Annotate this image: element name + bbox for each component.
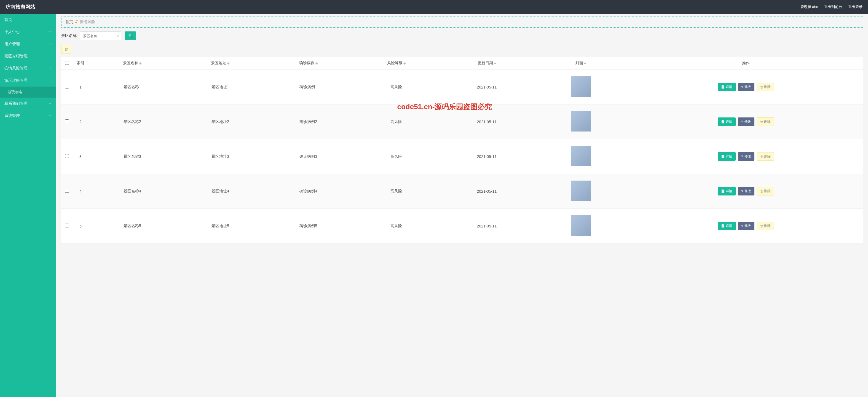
table-row: 5景区名称5景区地址5确诊病例5高风险2021-05-11📄详情✎修改🗑删除	[61, 209, 863, 243]
sidebar-item-label: 疫情风险管理	[4, 66, 28, 71]
site-title: 济南旅游网站	[5, 4, 35, 10]
cover-thumbnail[interactable]	[571, 111, 591, 131]
breadcrumb: 首页 // 疫情风险	[61, 17, 863, 28]
sidebar-item-strategy[interactable]: 游玩攻略管理 ︿	[0, 74, 56, 87]
breadcrumb-sep: //	[75, 20, 78, 24]
cell-name: 景区名称3	[88, 139, 176, 174]
cell-name: 景区名称5	[88, 209, 176, 243]
cover-thumbnail[interactable]	[571, 181, 591, 201]
cell-cases: 确诊病例3	[264, 139, 352, 174]
search-label: 景区名称	[61, 33, 76, 38]
edit-button[interactable]: ✎修改	[738, 152, 754, 161]
trash-icon: 🗑	[760, 120, 763, 123]
edit-button[interactable]: ✎修改	[738, 222, 754, 230]
detail-button[interactable]: 📄详情	[718, 117, 736, 126]
select-all-checkbox[interactable]	[65, 61, 69, 65]
col-index: 索引	[73, 57, 88, 70]
cell-index: 2	[73, 104, 88, 139]
edit-icon: ✎	[741, 120, 744, 123]
row-checkbox[interactable]	[65, 189, 69, 193]
row-checkbox[interactable]	[65, 119, 69, 123]
delete-button[interactable]: 🗑删除	[756, 117, 774, 126]
detail-button[interactable]: 📄详情	[718, 152, 736, 161]
cell-name: 景区名称2	[88, 104, 176, 139]
trash-icon: 🗑	[760, 190, 763, 193]
cell-risk: 高风险	[352, 104, 440, 139]
edit-icon: ✎	[741, 224, 744, 228]
delete-button[interactable]: 🗑删除	[756, 83, 774, 91]
doc-icon: 📄	[721, 189, 725, 193]
cell-risk: 高风险	[352, 209, 440, 243]
sidebar-item-label: 用户管理	[4, 42, 20, 47]
sidebar-item-personal[interactable]: 个人中心 ﹀	[0, 26, 56, 38]
top-header: 济南旅游网站 管理员 abo 退出到前台 退出登录	[0, 0, 868, 14]
detail-button[interactable]: 📄详情	[718, 83, 736, 91]
front-link[interactable]: 退出到前台	[824, 5, 842, 9]
delete-button[interactable]: 🗑删除	[756, 187, 774, 195]
chevron-down-icon: ﹀	[49, 66, 52, 70]
cell-cover	[533, 139, 629, 174]
delete-button[interactable]: 🗑删除	[756, 152, 774, 161]
sidebar-item-label: 景区介绍管理	[4, 54, 28, 59]
chevron-up-icon: ︿	[49, 79, 52, 83]
col-name[interactable]: 景区名称◆	[88, 57, 176, 70]
row-checkbox[interactable]	[65, 85, 69, 89]
cell-date: 2021-05-11	[440, 209, 533, 243]
delete-button[interactable]: 🗑删除	[756, 222, 774, 230]
col-cover[interactable]: 封面◆	[533, 57, 629, 70]
chevron-down-icon: ﹀	[49, 54, 52, 58]
cover-thumbnail[interactable]	[571, 146, 591, 166]
cell-address: 景区地址5	[176, 209, 264, 243]
col-cases[interactable]: 确诊病例◆	[264, 57, 352, 70]
table-row: 1景区名称1景区地址1确诊病例1高风险2021-05-11📄详情✎修改🗑删除	[61, 70, 863, 104]
cell-cover	[533, 104, 629, 139]
row-checkbox[interactable]	[65, 154, 69, 158]
breadcrumb-home[interactable]: 首页	[65, 20, 73, 24]
sidebar-item-label: 系统管理	[4, 113, 20, 118]
table-row: 2景区名称2景区地址2确诊病例2高风险2021-05-11📄详情✎修改🗑删除	[61, 104, 863, 139]
chevron-down-icon: ﹀	[49, 114, 52, 118]
edit-button[interactable]: ✎修改	[738, 117, 754, 126]
search-input[interactable]	[80, 31, 121, 40]
detail-button[interactable]: 📄详情	[718, 222, 736, 230]
cell-date: 2021-05-11	[440, 70, 533, 104]
search-button[interactable]: 🔍	[125, 31, 136, 40]
detail-button[interactable]: 📄详情	[718, 187, 736, 195]
cell-address: 景区地址3	[176, 139, 264, 174]
cell-cases: 确诊病例5	[264, 209, 352, 243]
row-checkbox[interactable]	[65, 223, 69, 227]
main-content: 首页 // 疫情风险 景区名称 ○ 🔍 🗑 code51.cn-源码乐园盗图必究…	[56, 14, 868, 397]
cover-thumbnail[interactable]	[571, 215, 591, 236]
col-date[interactable]: 更新日期◆	[440, 57, 533, 70]
sort-icon: ◆	[403, 61, 406, 65]
admin-link[interactable]: 管理员 abo	[801, 5, 818, 9]
edit-button[interactable]: ✎修改	[738, 83, 754, 91]
table-row: 4景区名称4景区地址4确诊病例4高风险2021-05-11📄详情✎修改🗑删除	[61, 174, 863, 209]
breadcrumb-current: 疫情风险	[80, 20, 95, 24]
bulk-delete-button[interactable]: 🗑	[61, 45, 71, 54]
sidebar-item-home[interactable]: 首页	[0, 14, 56, 26]
sidebar-item-contact[interactable]: 联系我们管理 ﹀	[0, 98, 56, 110]
edit-button[interactable]: ✎修改	[738, 187, 754, 195]
sidebar-item-intro[interactable]: 景区介绍管理 ﹀	[0, 50, 56, 62]
sidebar: 首页 个人中心 ﹀ 用户管理 ﹀ 景区介绍管理 ﹀ 疫情风险管理 ﹀ 游玩攻略管…	[0, 14, 56, 397]
sidebar-sub-strategy[interactable]: 游玩攻略	[0, 87, 56, 98]
chevron-down-icon: ﹀	[49, 30, 52, 34]
cell-cases: 确诊病例1	[264, 70, 352, 104]
sidebar-item-system[interactable]: 系统管理 ﹀	[0, 110, 56, 122]
col-risk[interactable]: 风险等级◆	[352, 57, 440, 70]
sidebar-item-risk[interactable]: 疫情风险管理 ﹀	[0, 62, 56, 74]
cell-address: 景区地址4	[176, 174, 264, 209]
edit-icon: ✎	[741, 189, 744, 193]
sidebar-item-label: 联系我们管理	[4, 101, 28, 106]
doc-icon: 📄	[721, 224, 725, 228]
cover-thumbnail[interactable]	[571, 77, 591, 97]
sort-icon: ◆	[315, 61, 318, 65]
sidebar-item-label: 首页	[4, 18, 12, 22]
cell-index: 3	[73, 139, 88, 174]
sidebar-item-users[interactable]: 用户管理 ﹀	[0, 38, 56, 50]
logout-link[interactable]: 退出登录	[848, 5, 863, 9]
clear-icon[interactable]: ○	[117, 34, 119, 38]
col-address[interactable]: 景区地址◆	[176, 57, 264, 70]
cell-risk: 高风险	[352, 139, 440, 174]
